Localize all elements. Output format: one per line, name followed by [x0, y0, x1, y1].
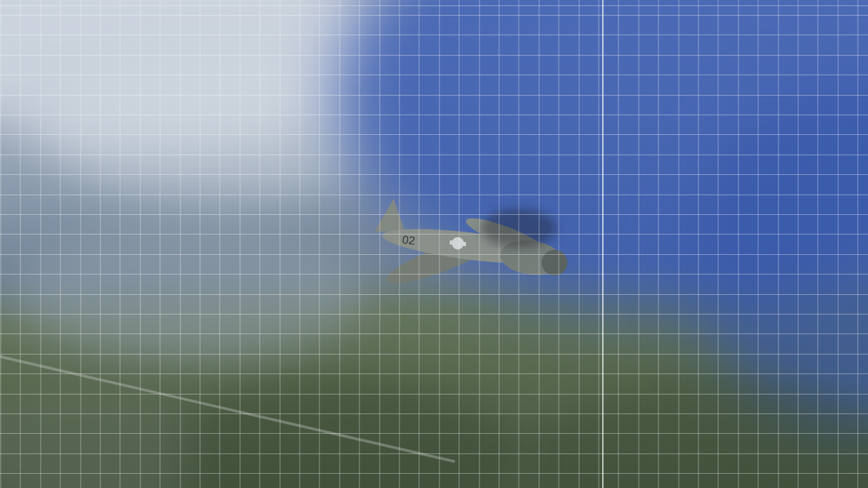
map-chrome [0, 0, 868, 488]
map-viewport[interactable]: 02 [0, 0, 868, 488]
